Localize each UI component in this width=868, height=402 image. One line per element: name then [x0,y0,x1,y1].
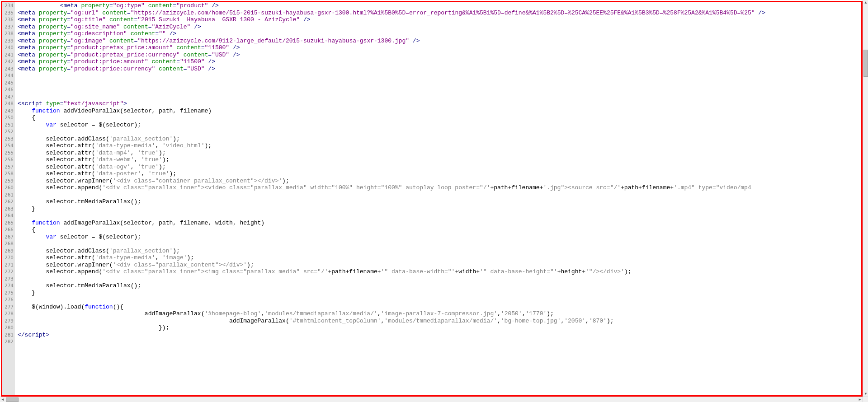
line-number: 244 [2,72,14,79]
line-number: 246 [2,86,14,93]
code-line[interactable]: <meta property="product:pretax_price:cur… [18,51,861,59]
code-line[interactable]: function addImageParallax(selector, path… [18,220,861,227]
line-number: 240 [2,44,14,51]
line-number: 243 [2,65,14,73]
scroll-up-button[interactable]: ▲ [863,0,868,5]
code-line[interactable]: <meta property="og:description" content=… [18,30,861,37]
line-number: 275 [2,290,14,297]
code-line[interactable]: selector.attr('data-ogv', 'true'); [18,164,861,171]
line-number: 259 [2,178,14,185]
line-number: 276 [2,296,14,304]
code-line[interactable] [18,240,861,248]
code-line[interactable]: selector.wrapInner('<div class="containe… [18,178,861,185]
line-number: 261 [2,192,14,199]
line-number: 266 [2,226,14,234]
code-line[interactable]: selector.attr('data-mp4', 'true'); [18,150,861,157]
code-line[interactable]: { [18,114,861,122]
code-line[interactable]: } [18,206,861,213]
code-line[interactable]: } [18,290,861,297]
line-number: 274 [2,282,14,290]
line-number: 272 [2,268,14,276]
scroll-down-button[interactable]: ▼ [863,391,868,397]
code-line[interactable] [18,93,861,101]
code-line[interactable]: selector.tmMediaParallax(); [18,282,861,290]
horizontal-scrollbar[interactable]: ◄ ► [0,397,863,402]
code-line[interactable]: selector.wrapInner('<div class="parallax… [18,262,861,269]
scroll-left-button[interactable]: ◄ [0,397,5,402]
code-line[interactable]: <meta property="og:type" content="produc… [18,2,861,9]
line-number-gutter: 2342352362372382392402412422432442452462… [2,2,15,395]
source-code-area[interactable]: <meta property="og:type" content="produc… [15,2,861,395]
code-line[interactable]: selector.attr('data-type-media', 'image'… [18,254,861,262]
scroll-corner [863,397,868,402]
code-line[interactable] [18,72,861,79]
code-line[interactable]: var selector = $(selector); [18,234,861,241]
line-number: 280 [2,324,14,332]
line-number: 251 [2,122,14,129]
code-line[interactable]: selector.append('<div class="parallax_in… [18,268,861,276]
line-number: 235 [2,9,14,17]
code-line[interactable] [18,86,861,93]
line-number: 262 [2,198,14,206]
line-number: 242 [2,58,14,65]
line-number: 239 [2,37,14,45]
line-number: 241 [2,51,14,59]
code-line[interactable]: selector.append('<div class="parallax_in… [18,184,861,192]
code-line[interactable]: <meta property="product:price:currency" … [18,65,861,73]
code-line[interactable]: <meta property="og:site_name" content="A… [18,23,861,31]
code-line[interactable]: selector.attr('data-type-media', 'video_… [18,142,861,150]
line-number: 249 [2,108,14,115]
code-line[interactable]: selector.attr('data-poster', 'true'); [18,170,861,178]
line-number: 236 [2,16,14,23]
code-line[interactable]: { [18,226,861,234]
line-number: 281 [2,332,14,339]
code-line[interactable]: addImageParallax('#homepage-blog','modul… [18,310,861,318]
line-number: 253 [2,136,14,143]
line-number: 265 [2,220,14,227]
code-line[interactable]: <meta property="og:url" content="https:/… [18,9,861,17]
code-line[interactable]: </script> [18,332,861,339]
line-number: 270 [2,254,14,262]
code-line[interactable]: $(window).load(function(){ [18,304,861,311]
code-line[interactable]: }); [18,324,861,332]
code-line[interactable]: <meta property="product:pretax_price:amo… [18,44,861,51]
line-number: 273 [2,276,14,283]
horizontal-scroll-thumb[interactable] [6,397,19,402]
line-number: 252 [2,128,14,136]
line-number: 248 [2,100,14,108]
vertical-scrollbar[interactable]: ▲ ▼ [863,0,868,397]
code-line[interactable] [18,192,861,199]
line-number: 271 [2,262,14,269]
code-line[interactable] [18,212,861,220]
code-line[interactable]: selector.addClass('parallax_section'); [18,248,861,255]
code-line[interactable]: <meta property="og:image" content="https… [18,37,861,45]
code-line[interactable] [18,276,861,283]
code-line[interactable]: addImageParallax('#tmhtmlcontent_topColu… [18,318,861,325]
code-line[interactable]: function addVideoParallax(selector, path… [18,108,861,115]
line-number: 277 [2,304,14,311]
line-number: 268 [2,240,14,248]
code-line[interactable] [18,338,861,346]
code-line[interactable]: selector.tmMediaParallax(); [18,198,861,206]
vertical-scroll-thumb[interactable] [863,50,868,77]
scroll-right-button[interactable]: ► [857,397,863,402]
source-view: 2342352362372382392402412422432442452462… [1,1,863,397]
code-line[interactable]: selector.attr('data-webm', 'true'); [18,156,861,164]
line-number: 258 [2,170,14,178]
line-number: 263 [2,206,14,213]
line-number: 278 [2,310,14,318]
code-line[interactable] [18,79,861,87]
line-number: 245 [2,79,14,87]
line-number: 260 [2,184,14,192]
code-line[interactable] [18,296,861,304]
code-line[interactable]: <meta property="product:price:amount" co… [18,58,861,65]
code-line[interactable]: <meta property="og:title" content="2015 … [18,16,861,23]
code-line[interactable] [18,128,861,136]
line-number: 255 [2,150,14,157]
code-line[interactable]: selector.addClass('parallax_section'); [18,136,861,143]
line-number: 264 [2,212,14,220]
code-line[interactable]: <script type="text/javascript"> [18,100,861,108]
line-number: 256 [2,156,14,164]
code-line[interactable]: var selector = $(selector); [18,122,861,129]
line-number: 250 [2,114,14,122]
